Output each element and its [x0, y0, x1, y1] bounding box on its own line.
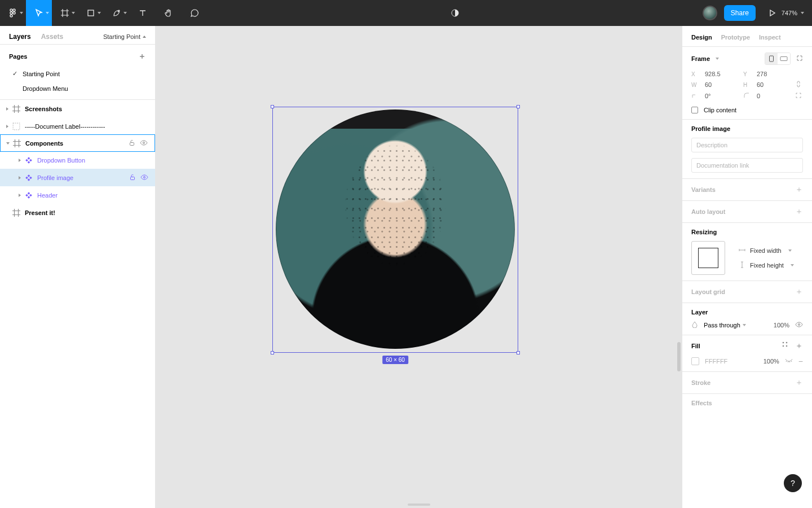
h-input[interactable]: 60: [757, 81, 789, 88]
right-panel: Design Prototype Inspect Frame X: [682, 26, 812, 508]
w-label: W: [691, 82, 699, 88]
resizing-section: Resizing Fixed width Fixed height: [682, 223, 812, 281]
blend-mode-dropdown[interactable]: Pass through: [704, 322, 746, 329]
clip-content-checkbox[interactable]: Clip content: [691, 107, 803, 113]
orientation-landscape-button[interactable]: [778, 53, 790, 64]
orientation-portrait-button[interactable]: [765, 53, 778, 64]
inspect-tab[interactable]: Inspect: [759, 34, 781, 41]
fill-opacity-input[interactable]: 100%: [764, 358, 779, 365]
component-icon: [25, 156, 33, 164]
resize-width-dropdown[interactable]: Fixed width: [739, 247, 803, 255]
comment-tool-button[interactable]: [182, 0, 208, 26]
svg-point-15: [783, 342, 784, 344]
x-input[interactable]: 928.5: [705, 71, 738, 77]
eye-icon[interactable]: [140, 174, 148, 182]
toolbar-right: Share 747%: [703, 0, 812, 26]
canvas-scrollbar[interactable]: [677, 342, 681, 371]
page-row-starting-point[interactable]: ✓ Starting Point: [0, 66, 155, 81]
help-button[interactable]: ?: [784, 474, 802, 492]
add-fill-button[interactable]: ＋: [795, 341, 803, 351]
page-selector[interactable]: Starting Point: [103, 33, 146, 40]
figma-menu-button[interactable]: [0, 0, 26, 26]
fill-hex-input[interactable]: FFFFFF: [705, 358, 727, 365]
layer-label: Present it!: [25, 209, 155, 216]
caret-down-icon: [801, 12, 804, 14]
add-stroke-button[interactable]: ＋: [795, 378, 803, 388]
resize-handle-bl[interactable]: [271, 351, 274, 354]
constraints-widget[interactable]: [691, 241, 725, 275]
fill-color-swatch[interactable]: [691, 357, 699, 365]
svg-rect-10: [131, 177, 135, 179]
layer-row-dropdown-button[interactable]: Dropdown Button: [0, 151, 155, 169]
rotation-icon: [691, 92, 699, 100]
stroke-section: Stroke ＋: [682, 372, 812, 394]
layer-row-profile-image[interactable]: Profile image: [0, 169, 155, 186]
resize-handle-br[interactable]: [517, 351, 520, 354]
svg-rect-7: [13, 123, 20, 130]
eye-icon[interactable]: [140, 139, 148, 147]
resize-to-fit-button[interactable]: [796, 55, 803, 63]
layer-section-title: Layer: [691, 309, 803, 316]
corner-radius-input[interactable]: 0: [757, 93, 789, 99]
y-label: Y: [743, 71, 751, 77]
layers-tab[interactable]: Layers: [9, 33, 31, 41]
unlock-icon[interactable]: [129, 174, 136, 182]
add-variant-button[interactable]: ＋: [795, 185, 803, 195]
pen-tool-button[interactable]: [104, 0, 130, 26]
constrain-proportions-button[interactable]: [795, 81, 803, 89]
add-autolayout-button[interactable]: ＋: [795, 207, 803, 217]
chevron-right-icon: [6, 125, 8, 128]
resize-handle-tr[interactable]: [517, 105, 520, 108]
text-tool-button[interactable]: [130, 0, 156, 26]
hand-tool-button[interactable]: [156, 0, 182, 26]
rotation-input[interactable]: 0°: [705, 93, 738, 99]
page-row-dropdown-menu[interactable]: Dropdown Menu: [0, 81, 155, 96]
left-panel-tabs: Layers Assets Starting Point: [0, 26, 155, 45]
independent-corners-button[interactable]: [795, 92, 803, 100]
layer-row-document-label[interactable]: -----Document Label------------: [0, 117, 155, 135]
component-description-input[interactable]: [691, 138, 803, 152]
layer-row-header[interactable]: Header: [0, 186, 155, 204]
panel-resize-grip[interactable]: [408, 503, 430, 506]
prototype-tab[interactable]: Prototype: [721, 34, 750, 41]
layer-row-components[interactable]: Components: [0, 134, 155, 152]
selection-box[interactable]: 60 × 60: [272, 107, 518, 353]
chevron-right-icon: [19, 159, 21, 162]
resizing-title: Resizing: [691, 229, 803, 235]
resize-handle-tl[interactable]: [271, 105, 274, 108]
unlock-icon[interactable]: [129, 139, 135, 147]
present-button[interactable]: [762, 0, 782, 26]
layer-opacity-input[interactable]: 100%: [774, 322, 789, 329]
caret-down-icon: [788, 249, 792, 252]
frame-dropdown[interactable]: Frame: [691, 55, 719, 62]
page-selector-label: Starting Point: [103, 33, 140, 40]
add-layoutgrid-button[interactable]: ＋: [795, 287, 803, 297]
w-input[interactable]: 60: [705, 81, 738, 88]
svg-rect-4: [88, 10, 94, 16]
move-tool-button[interactable]: [26, 0, 52, 26]
component-doclink-input[interactable]: [691, 158, 803, 173]
theme-icon[interactable]: [447, 8, 464, 17]
top-toolbar: Share 747%: [0, 0, 812, 26]
assets-tab[interactable]: Assets: [41, 33, 63, 41]
y-input[interactable]: 278: [757, 71, 789, 77]
component-icon: [25, 191, 33, 199]
zoom-dropdown[interactable]: 747%: [782, 10, 812, 16]
layer-row-present-it[interactable]: Present it!: [0, 204, 155, 221]
shape-tool-button[interactable]: [78, 0, 104, 26]
add-page-button[interactable]: ＋: [138, 51, 146, 62]
canvas[interactable]: 60 × 60: [156, 26, 682, 508]
x-label: X: [691, 71, 699, 77]
chevron-down-icon: [6, 142, 10, 144]
layer-row-screenshots[interactable]: Screenshots: [0, 100, 155, 117]
eye-icon[interactable]: [795, 321, 803, 329]
remove-fill-button[interactable]: −: [798, 357, 803, 366]
share-button[interactable]: Share: [724, 5, 756, 21]
user-avatar[interactable]: [703, 6, 717, 20]
eye-closed-icon[interactable]: [785, 358, 793, 365]
design-tab[interactable]: Design: [691, 34, 712, 41]
frame-tool-button[interactable]: [52, 0, 78, 26]
resize-height-dropdown[interactable]: Fixed height: [739, 261, 803, 269]
svg-rect-8: [130, 142, 134, 145]
fill-styles-button[interactable]: [782, 341, 788, 351]
